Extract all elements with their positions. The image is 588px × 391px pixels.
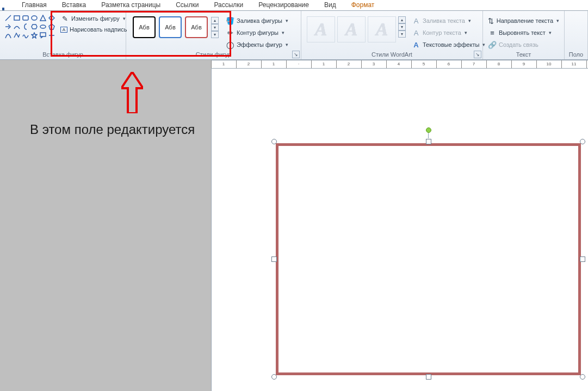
wordart-thumb-1[interactable]: A <box>307 16 335 42</box>
wa-up-icon[interactable]: ▴ <box>398 16 406 23</box>
shape-freeform-icon[interactable] <box>13 32 21 39</box>
align-icon: ≡ <box>488 28 497 37</box>
draw-textbox-label: Нарисовать надпись <box>70 26 127 33</box>
shape-rect-icon[interactable] <box>13 14 21 22</box>
selected-shape[interactable] <box>272 139 585 379</box>
shapes-mini-gallery[interactable] <box>3 13 57 40</box>
shape-plus-icon[interactable] <box>48 32 55 39</box>
wa-down-icon[interactable]: ▾ <box>398 23 406 30</box>
resize-handle-t[interactable] <box>426 139 431 144</box>
shape-fill-button[interactable]: 🪣 Заливка фигуры <box>224 15 290 26</box>
resize-handle-tr[interactable] <box>580 139 585 144</box>
svg-marker-11 <box>121 72 143 113</box>
wordart-gallery[interactable]: A A A ▴ ▾ ▾ <box>305 13 408 46</box>
text-effects-button[interactable]: A Текстовые эффекты <box>410 39 487 50</box>
group-wordart-styles: A A A ▴ ▾ ▾ A Заливка текста A Контур те… <box>301 11 483 59</box>
text-outline-icon: A <box>412 28 420 37</box>
wa-more-icon[interactable]: ▾ <box>398 30 406 38</box>
shape-round-rect-icon[interactable] <box>22 14 29 22</box>
svg-rect-10 <box>40 33 46 36</box>
shape-effects-button[interactable]: ◯ Эффекты фигур <box>224 39 290 50</box>
shape-diamond-icon[interactable] <box>48 14 55 22</box>
group-shape-styles: Абв Абв Абв ▴ ▾ ▾ 🪣 Заливка фигуры ✏ Кон… <box>126 11 301 59</box>
svg-point-3 <box>32 16 37 20</box>
gallery-more-icon[interactable]: ▾ <box>211 31 219 38</box>
group-text: ⇅ Направление текста ≡ Выровнять текст 🔗… <box>483 11 565 59</box>
shape-cloud-icon[interactable] <box>39 23 47 30</box>
horizontal-ruler[interactable]: 121·123456789101112131415 <box>211 60 588 69</box>
shape-body[interactable] <box>276 143 581 375</box>
wordart-gallery-scroll[interactable]: ▴ ▾ ▾ <box>398 16 406 42</box>
gallery-down-icon[interactable]: ▾ <box>211 24 219 31</box>
resize-handle-b[interactable] <box>426 374 431 380</box>
group-shape-styles-label: Стили фигур <box>129 50 298 59</box>
rotate-handle[interactable] <box>426 127 431 133</box>
shape-styles-dialog-launcher[interactable]: ↘ <box>292 51 300 58</box>
shape-scribble-icon[interactable] <box>22 32 29 39</box>
gallery-up-icon[interactable]: ▴ <box>211 17 219 24</box>
resize-handle-r[interactable] <box>580 256 585 262</box>
shape-connector-icon[interactable] <box>13 23 21 30</box>
wordart-dialog-launcher[interactable]: ↘ <box>474 51 481 58</box>
svg-marker-8 <box>49 24 54 29</box>
shape-star-icon[interactable] <box>30 32 38 39</box>
effects-icon: ◯ <box>226 40 234 49</box>
style-thumb-blue[interactable]: Абв <box>159 16 182 38</box>
tab-review[interactable]: Рецензирование <box>251 0 317 10</box>
svg-rect-2 <box>23 16 28 20</box>
resize-handle-br[interactable] <box>580 374 585 380</box>
tab-view[interactable]: Вид <box>317 0 344 10</box>
svg-marker-4 <box>40 15 46 21</box>
style-thumb-black[interactable]: Абв <box>133 16 156 38</box>
shape-style-gallery[interactable]: Абв Абв Абв ▴ ▾ ▾ <box>129 13 222 41</box>
tab-file[interactable] <box>2 8 14 10</box>
tab-format[interactable]: Формат <box>344 0 382 10</box>
resize-handle-l[interactable] <box>271 256 277 262</box>
ribbon: ✎ Изменить фигуру A Нарисовать надпись В… <box>0 11 588 60</box>
text-fill-button[interactable]: A Заливка текста <box>410 15 487 26</box>
svg-line-0 <box>5 15 11 21</box>
annotation-text: В этом поле редактируется <box>30 122 195 137</box>
tab-page-layout[interactable]: Разметка страницы <box>94 0 168 10</box>
shape-hex-icon[interactable] <box>30 23 38 30</box>
tab-home[interactable]: Главная <box>14 0 54 10</box>
shape-line-icon[interactable] <box>4 14 12 22</box>
draw-textbox-button[interactable]: A Нарисовать надпись <box>59 25 128 34</box>
shape-callout-icon[interactable] <box>39 32 47 39</box>
shape-effects-label: Эффекты фигур <box>237 41 282 48</box>
tab-insert[interactable]: Вставка <box>54 0 94 10</box>
text-fill-label: Заливка текста <box>423 17 465 24</box>
create-link-button[interactable]: 🔗 Создать связь <box>486 39 561 50</box>
svg-marker-6 <box>32 25 37 29</box>
group-insert-shapes-label: Вставка фигур <box>3 50 122 59</box>
direction-icon: ⇅ <box>488 16 494 25</box>
shape-curve-icon[interactable] <box>4 32 12 39</box>
rotate-stem <box>428 133 429 138</box>
edit-shape-button[interactable]: ✎ Изменить фигуру <box>59 13 128 24</box>
svg-point-7 <box>40 25 46 28</box>
shape-arrow-icon[interactable] <box>4 23 12 30</box>
group-insert-shapes: ✎ Изменить фигуру A Нарисовать надпись В… <box>0 11 126 59</box>
text-outline-label: Контур текста <box>423 29 461 36</box>
shape-pentagon-icon[interactable] <box>48 23 55 30</box>
group-position-partial: Поло <box>565 11 588 59</box>
shape-ellipse-icon[interactable] <box>30 14 38 22</box>
wordart-thumb-3[interactable]: A <box>368 16 396 42</box>
style-gallery-scroll[interactable]: ▴ ▾ ▾ <box>211 17 219 38</box>
annotation-arrow-icon <box>121 72 143 113</box>
resize-handle-bl[interactable] <box>271 374 277 380</box>
text-direction-label: Направление текста <box>497 17 553 24</box>
text-outline-button[interactable]: A Контур текста <box>410 27 487 38</box>
style-thumb-red[interactable]: Абв <box>185 16 208 38</box>
tab-references[interactable]: Ссылки <box>168 0 206 10</box>
align-text-button[interactable]: ≡ Выровнять текст <box>486 27 561 38</box>
group-position-partial-label: Поло <box>568 50 584 59</box>
shape-outline-button[interactable]: ✏ Контур фигуры <box>224 27 290 38</box>
text-direction-button[interactable]: ⇅ Направление текста <box>486 15 561 26</box>
shape-brace-icon[interactable] <box>22 23 29 30</box>
shape-triangle-icon[interactable] <box>39 14 47 22</box>
tab-mailings[interactable]: Рассылки <box>206 0 251 10</box>
resize-handle-tl[interactable] <box>271 139 277 144</box>
wordart-thumb-2[interactable]: A <box>337 16 366 42</box>
svg-marker-5 <box>49 15 54 21</box>
